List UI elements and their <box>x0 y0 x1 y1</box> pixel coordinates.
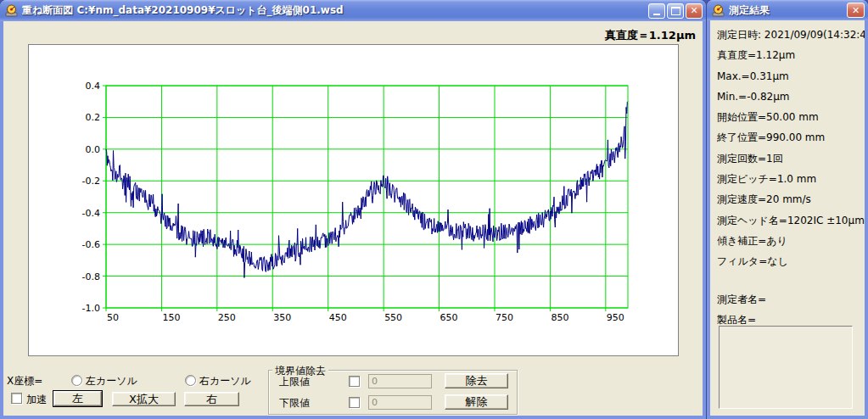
operator-name-line: 測定者名= <box>717 289 865 310</box>
measurement-head-line: 測定ヘッド名=1202IC ±10μm <box>717 210 865 231</box>
measurement-pitch-line: 測定ピッチ=1.0 mm <box>717 169 865 189</box>
left-cursor-radio-label[interactable]: 左カーソル <box>86 374 137 388</box>
upper-limit-input[interactable] <box>368 374 432 388</box>
move-left-button[interactable]: 左 <box>53 391 102 406</box>
left-cursor-radio[interactable] <box>71 375 82 386</box>
maximize-button[interactable] <box>667 3 684 19</box>
svg-text:750: 750 <box>496 312 513 323</box>
result-titlebar[interactable]: 測定結果 ✕ <box>707 0 868 20</box>
result-close-icon: ✕ <box>852 5 860 16</box>
svg-text:-0.2: -0.2 <box>82 176 100 187</box>
upper-limit-label: 上限値 <box>279 375 310 389</box>
profile-chart: 0.40.20.0-0.2-0.4-0.6-0.8-1.050150250350… <box>29 45 678 355</box>
max-line: Max.=0.31μm <box>717 66 865 87</box>
svg-text:0.0: 0.0 <box>86 144 101 155</box>
min-line: Min.=-0.82μm <box>717 87 865 107</box>
svg-text:850: 850 <box>551 312 568 323</box>
result-window: 測定結果 ✕ 測定日時: 2021/09/09(14:32:49) 真直度=1.… <box>707 0 868 419</box>
svg-text:-0.4: -0.4 <box>82 208 100 219</box>
release-button[interactable]: 解除 <box>445 394 508 410</box>
svg-text:650: 650 <box>440 312 458 323</box>
straightness-line: 真直度=1.12μm <box>717 45 865 65</box>
lower-limit-checkbox[interactable] <box>349 397 360 408</box>
svg-text:250: 250 <box>218 312 236 323</box>
measurement-datetime: 測定日時: 2021/09/09(14:32:49) <box>717 25 865 45</box>
close-button[interactable]: ✕ <box>686 3 703 19</box>
svg-text:950: 950 <box>607 312 624 323</box>
result-window-body: 測定日時: 2021/09/09(14:32:49) 真直度=1.12μm Ma… <box>710 20 865 416</box>
profile-chart-panel[interactable]: 0.40.20.0-0.2-0.4-0.6-0.8-1.050150250350… <box>28 44 679 356</box>
x-coordinate-label: X座標= <box>7 374 42 388</box>
start-position-line: 開始位置=50.00 mm <box>717 107 865 127</box>
result-app-icon <box>712 4 725 17</box>
measurement-result-list: 測定日時: 2021/09/09(14:32:49) 真直度=1.12μm Ma… <box>710 20 865 330</box>
tilt-correction-line: 傾き補正=あり <box>717 231 865 251</box>
measurement-count-line: 測定回数=1回 <box>717 148 865 169</box>
result-close-button[interactable]: ✕ <box>847 3 865 18</box>
svg-text:550: 550 <box>384 312 402 323</box>
svg-text:-0.6: -0.6 <box>82 239 100 250</box>
end-position-line: 終了位置=990.00 mm <box>717 127 865 148</box>
remove-button[interactable]: 除去 <box>445 373 508 388</box>
minimize-icon <box>653 14 660 15</box>
result-window-title: 測定結果 <box>729 3 845 18</box>
svg-text:450: 450 <box>329 312 347 323</box>
main-window-body: 真直度＝1.12μm 0.40.20.0-0.2-0.4-0.6-0.8-1.0… <box>3 21 703 416</box>
accelerate-checkbox-label[interactable]: 加速 <box>26 393 47 407</box>
svg-text:150: 150 <box>162 312 180 323</box>
x-zoom-button[interactable]: X拡大 <box>112 392 176 406</box>
minimize-button[interactable] <box>648 3 665 19</box>
app-icon <box>5 4 18 17</box>
svg-text:0.4: 0.4 <box>86 81 101 92</box>
close-icon: ✕ <box>690 5 697 16</box>
maximize-icon <box>671 7 680 15</box>
filter-line: フィルタ=なし <box>717 251 865 271</box>
right-cursor-radio[interactable] <box>185 375 196 386</box>
main-window: 重ね断面図 C:¥nm_data¥20210909¥スロット台_後端側01.ws… <box>0 0 706 419</box>
measurement-speed-line: 測定速度=20 mm/s <box>717 189 865 210</box>
move-right-button[interactable]: 右 <box>184 392 239 406</box>
lower-limit-label: 下限値 <box>279 396 310 411</box>
svg-text:0.2: 0.2 <box>86 112 101 123</box>
upper-limit-checkbox[interactable] <box>349 376 360 387</box>
window-title: 重ね断面図 C:¥nm_data¥20210909¥スロット台_後端側01.ws… <box>22 3 647 18</box>
accelerate-checkbox[interactable] <box>11 393 22 404</box>
boundary-removal-group: 境界値除去 上限値 除去 下限値 解除 <box>268 370 518 415</box>
right-cursor-radio-label[interactable]: 右カーソル <box>199 374 251 388</box>
product-note-box <box>719 326 853 409</box>
svg-text:350: 350 <box>273 312 291 323</box>
svg-text:-0.8: -0.8 <box>82 271 100 282</box>
straightness-value-label: 真直度＝1.12μm <box>605 28 696 43</box>
lower-limit-input[interactable] <box>368 395 432 410</box>
svg-text:-1.0: -1.0 <box>82 303 100 314</box>
svg-text:50: 50 <box>107 312 119 323</box>
main-titlebar[interactable]: 重ね断面図 C:¥nm_data¥20210909¥スロット台_後端側01.ws… <box>0 0 706 21</box>
